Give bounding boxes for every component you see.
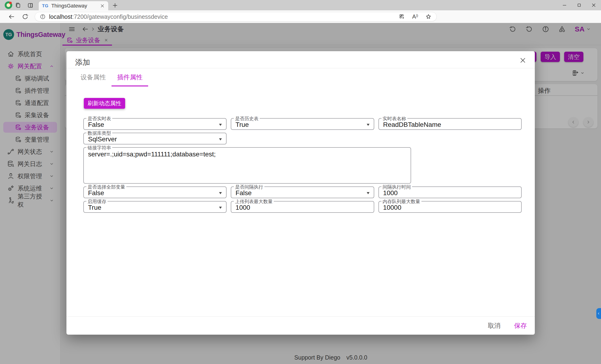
- field-select-all-variables[interactable]: 是否选择全部变量 False: [83, 186, 227, 198]
- edge-sidebar-toggle[interactable]: [596, 308, 601, 319]
- field-upload-list-max-count[interactable]: 上传列表最大数量 1000: [231, 201, 374, 213]
- dialog-actions: 取消 保存: [66, 316, 535, 335]
- browser-tab-strip: TG ThingsGateway: [0, 0, 601, 10]
- dialog-tabs: 设备属性 插件属性: [75, 68, 148, 86]
- screen: TG ThingsGateway localhost:7200/gatewayc…: [0, 0, 601, 364]
- apps-icon[interactable]: [399, 14, 405, 20]
- notification-badge: [9, 2, 12, 4]
- field-is-realtime-table[interactable]: 是否实时表 False: [83, 118, 227, 130]
- field-memory-queue-max-count[interactable]: 内存队列最大数量 10000: [379, 201, 522, 213]
- maximize-button[interactable]: [572, 0, 586, 10]
- site-info-icon[interactable]: [40, 14, 46, 20]
- address-bar-actions: A)): [399, 13, 432, 20]
- browser-app-logo-icon[interactable]: [5, 1, 12, 9]
- window-controls: [557, 0, 601, 10]
- add-dialog: 添加 设备属性 插件属性 刷新动态属性 是否实时表 False 是否历史表 Tr…: [66, 51, 535, 335]
- plugin-properties-form: 是否实时表 False 是否历史表 True 实时表名称 ReadDBTable…: [83, 118, 522, 213]
- address-bar[interactable]: localhost:7200/gatewayconfig/businessdev…: [35, 12, 437, 21]
- url-host: localhost: [49, 13, 72, 20]
- favorites-star-icon[interactable]: [425, 13, 432, 20]
- minimize-button[interactable]: [557, 0, 572, 10]
- field-realtime-table-name[interactable]: 实时表名称 ReadDBTableName: [379, 118, 522, 130]
- close-window-button[interactable]: [586, 0, 601, 10]
- field-database-type[interactable]: 数据库类型 SqlServer: [83, 133, 227, 144]
- new-tab-icon[interactable]: [112, 2, 118, 9]
- tab-actions-icon[interactable]: [27, 2, 33, 9]
- tab-plugin-properties[interactable]: 插件属性: [111, 68, 148, 86]
- field-interval-execution[interactable]: 是否间隔执行 False: [231, 186, 374, 198]
- browser-tab[interactable]: TG ThingsGateway: [39, 1, 108, 10]
- tab-close-icon[interactable]: [100, 3, 105, 9]
- read-aloud-icon[interactable]: A)): [412, 13, 418, 20]
- field-interval-execution-time[interactable]: 间隔执行时间 1000: [379, 186, 522, 198]
- favicon: TG: [42, 3, 48, 9]
- back-icon[interactable]: [8, 13, 15, 20]
- browser-nav-bar: localhost:7200/gatewayconfig/businessdev…: [0, 10, 601, 23]
- url-path: :7200/gatewayconfig/businessdevice: [72, 13, 168, 20]
- tab-device-properties[interactable]: 设备属性: [75, 68, 111, 86]
- field-is-history-table[interactable]: 是否历史表 True: [231, 118, 374, 130]
- url-text[interactable]: localhost:7200/gatewayconfig/businessdev…: [49, 13, 168, 20]
- dialog-title: 添加: [75, 57, 90, 68]
- reload-icon[interactable]: [22, 13, 29, 20]
- field-connection-string[interactable]: 链接字符串 server=.;uid=sa;pwd=111111;databas…: [83, 147, 411, 184]
- cancel-button[interactable]: 取消: [488, 322, 501, 330]
- field-enable-cache[interactable]: 启用缓存 True: [83, 201, 227, 213]
- refresh-dynamic-properties-button[interactable]: 刷新动态属性: [84, 98, 125, 109]
- workspaces-icon[interactable]: [15, 2, 21, 9]
- browser-tab-title: ThingsGateway: [51, 3, 97, 9]
- save-button[interactable]: 保存: [514, 322, 527, 330]
- dialog-close-icon[interactable]: [519, 56, 527, 64]
